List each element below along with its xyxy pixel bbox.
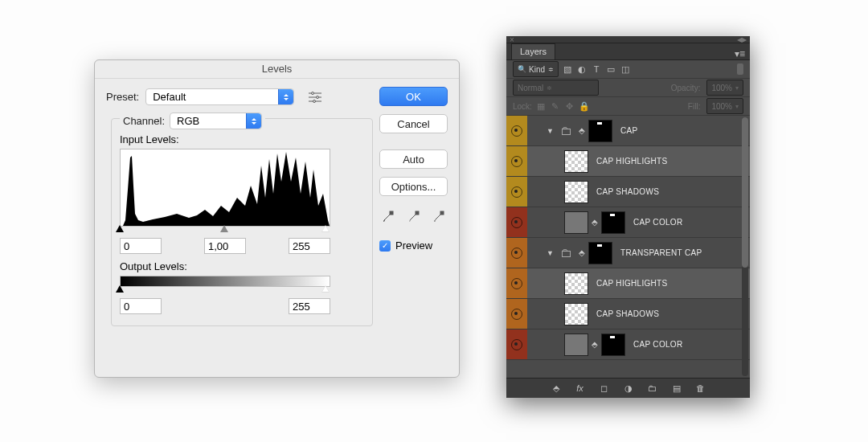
input-black-field[interactable]: 0	[120, 238, 162, 254]
layer-mask-thumb[interactable]	[601, 334, 625, 356]
visibility-toggle[interactable]	[506, 329, 527, 359]
preview-checkbox[interactable]: ✓	[379, 240, 391, 252]
layer-name[interactable]: CAP COLOR	[633, 340, 682, 349]
histogram	[120, 149, 330, 227]
visibility-toggle[interactable]	[506, 116, 527, 145]
input-gamma-field[interactable]: 1,00	[204, 238, 246, 254]
folder-icon: 🗀	[556, 246, 575, 260]
layer-name[interactable]: CAP SHADOWS	[596, 309, 659, 318]
panel-grip[interactable]: × ◀▶	[506, 36, 750, 43]
new-adjust-icon[interactable]: ◑	[623, 383, 634, 394]
delete-layer-icon[interactable]: 🗑	[695, 383, 706, 394]
layer-row[interactable]: ▼🗀⬘CAP	[506, 116, 750, 146]
adjust-thumb[interactable]	[564, 334, 588, 356]
layer-name[interactable]: CAP COLOR	[633, 218, 682, 227]
layers-panel: × ◀▶ Layers ▾≡ 🔍 Kind ≑ ▧ ◐ T ▭ ◫ Normal…	[506, 36, 750, 398]
eye-icon	[511, 156, 522, 167]
lock-move-icon[interactable]: ✥	[564, 100, 575, 112]
input-black-slider[interactable]	[116, 225, 124, 232]
visibility-toggle[interactable]	[506, 146, 527, 176]
group-mask-thumb[interactable]	[588, 242, 612, 264]
cancel-button[interactable]: Cancel	[379, 114, 448, 133]
visibility-toggle[interactable]	[506, 299, 527, 329]
layer-thumb[interactable]	[564, 272, 588, 295]
output-white-slider[interactable]	[321, 285, 330, 293]
filter-shape-icon[interactable]: ▭	[605, 63, 616, 75]
output-levels-label: Output Levels:	[120, 260, 364, 272]
new-layer-icon[interactable]: ▤	[671, 383, 682, 394]
add-mask-icon[interactable]: ◻	[599, 383, 610, 394]
folder-icon: 🗀	[556, 124, 575, 138]
twisty-icon[interactable]: ▼	[547, 249, 555, 257]
fill-label: Fill:	[688, 102, 701, 111]
channel-select[interactable]: RGB	[170, 113, 262, 129]
link-layers-icon[interactable]: ⬘	[551, 383, 562, 394]
eyedropper-gray-icon[interactable]	[405, 207, 423, 225]
visibility-toggle[interactable]	[506, 238, 527, 268]
layer-name[interactable]: CAP	[620, 126, 637, 135]
layer-row[interactable]: ⬘CAP COLOR	[506, 207, 750, 238]
filter-adjust-icon[interactable]: ◐	[576, 63, 588, 75]
layer-row[interactable]: ▼🗀⬘TRANSPARENT CAP	[506, 238, 750, 268]
filter-row: 🔍 Kind ≑ ▧ ◐ T ▭ ◫	[506, 60, 750, 79]
blend-mode-select[interactable]: Normal≑	[513, 80, 599, 96]
filter-smart-icon[interactable]: ◫	[620, 63, 631, 75]
auto-button[interactable]: Auto	[379, 149, 448, 169]
lock-label: Lock:	[513, 102, 532, 111]
layer-row[interactable]: CAP HIGHLIGHTS	[506, 146, 750, 177]
layer-row[interactable]: CAP HIGHLIGHTS	[506, 268, 750, 299]
layer-thumb[interactable]	[564, 181, 588, 203]
input-white-field[interactable]: 255	[289, 238, 330, 254]
eyedropper-white-icon[interactable]	[430, 207, 448, 225]
output-white-field[interactable]: 255	[289, 298, 330, 314]
layer-name[interactable]: CAP HIGHLIGHTS	[596, 279, 667, 288]
lock-pixels-icon[interactable]: ▦	[535, 100, 547, 112]
ok-button[interactable]: OK	[379, 87, 448, 106]
group-mask-thumb[interactable]	[588, 120, 612, 142]
layer-thumb[interactable]	[564, 303, 588, 325]
tab-layers[interactable]: Layers	[511, 43, 555, 59]
input-levels-label: Input Levels:	[120, 133, 364, 145]
filter-kind-select[interactable]: 🔍 Kind ≑	[513, 61, 559, 77]
eye-icon	[511, 248, 522, 259]
new-group-icon[interactable]: 🗀	[647, 383, 658, 394]
panel-menu-icon[interactable]: ▾≡	[735, 48, 745, 59]
preset-select[interactable]: Default	[145, 88, 294, 105]
link-icon: ⬘	[592, 218, 598, 227]
twisty-icon[interactable]: ▼	[547, 127, 555, 135]
visibility-toggle[interactable]	[506, 207, 527, 237]
filter-pixel-icon[interactable]: ▧	[562, 63, 573, 75]
visibility-toggle[interactable]	[506, 177, 527, 207]
layer-row[interactable]: CAP SHADOWS	[506, 177, 750, 207]
lock-paint-icon[interactable]: ✎	[550, 100, 561, 112]
eyedropper-black-icon[interactable]	[379, 207, 397, 225]
output-sliders[interactable]	[120, 287, 329, 295]
lock-all-icon[interactable]: 🔒	[579, 100, 590, 112]
filter-type-icon[interactable]: T	[591, 63, 602, 75]
input-sliders[interactable]	[120, 227, 329, 235]
layer-thumb[interactable]	[564, 150, 588, 173]
panel-footer: ⬘ fx ◻ ◑ 🗀 ▤ 🗑	[506, 378, 750, 398]
opacity-field[interactable]: 100%▾	[706, 80, 743, 96]
preset-options-icon[interactable]	[307, 90, 323, 104]
svg-point-5	[313, 100, 316, 102]
output-black-slider[interactable]	[116, 285, 124, 293]
layer-name[interactable]: CAP HIGHLIGHTS	[596, 157, 667, 166]
layers-scrollbar[interactable]	[742, 117, 748, 376]
layer-name[interactable]: CAP SHADOWS	[596, 187, 659, 196]
layer-row[interactable]: CAP SHADOWS	[506, 299, 750, 329]
options-button[interactable]: Options...	[379, 177, 448, 196]
input-gamma-slider[interactable]	[220, 225, 228, 232]
output-black-field[interactable]: 0	[120, 298, 162, 314]
layer-row[interactable]: ⬘CAP COLOR	[506, 329, 750, 360]
filter-toggle[interactable]	[737, 63, 743, 75]
input-white-slider[interactable]	[321, 225, 330, 232]
layer-fx-icon[interactable]: fx	[575, 383, 586, 394]
layer-name[interactable]: TRANSPARENT CAP	[620, 248, 702, 257]
adjust-thumb[interactable]	[564, 211, 588, 234]
blend-row: Normal≑ Opacity: 100%▾	[506, 79, 750, 97]
link-icon: ⬘	[579, 126, 585, 135]
layer-mask-thumb[interactable]	[601, 211, 625, 234]
visibility-toggle[interactable]	[506, 268, 527, 298]
fill-field[interactable]: 100%▾	[706, 98, 743, 114]
